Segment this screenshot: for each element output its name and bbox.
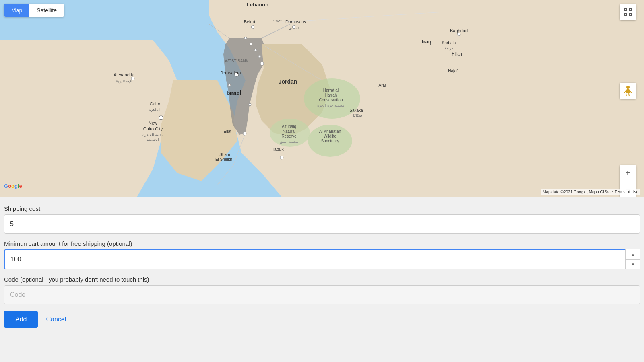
min-cart-label: Minimun cart amount for free shipping (o…	[4, 240, 640, 247]
shipping-cost-field-group: Shipping cost	[4, 205, 640, 234]
map-container[interactable]: Lebanon Beirut بيروت Damascus دمشق Baghd…	[0, 0, 644, 197]
svg-text:Conservation: Conservation	[319, 98, 343, 102]
svg-rect-72	[629, 9, 631, 11]
spinner-down-button[interactable]: ▼	[626, 260, 640, 270]
svg-line-79	[627, 93, 627, 96]
svg-text:Tabuk: Tabuk	[272, 147, 284, 152]
pegman-button[interactable]	[620, 83, 636, 99]
svg-text:Lebanon: Lebanon	[247, 2, 268, 8]
svg-point-21	[260, 62, 264, 65]
svg-text:WEST BANK: WEST BANK	[225, 59, 249, 63]
svg-rect-73	[625, 13, 627, 15]
shipping-cost-label: Shipping cost	[4, 205, 640, 212]
svg-text:دمشق: دمشق	[289, 26, 299, 30]
svg-point-17	[244, 37, 247, 39]
svg-text:Jordan: Jordan	[279, 78, 297, 85]
svg-text:Harrat al: Harrat al	[323, 88, 339, 93]
svg-text:Natural: Natural	[283, 129, 295, 134]
svg-point-18	[250, 43, 252, 45]
map-type-control: Map Satellite	[4, 4, 64, 17]
map-type-map-button[interactable]: Map	[4, 4, 29, 17]
map-attribution: Map data ©2021 Google, Mapa GISrael Term…	[541, 189, 640, 195]
spinner-up-button[interactable]: ▲	[626, 249, 640, 260]
svg-text:Hillah: Hillah	[452, 52, 462, 56]
code-field-group: Code (optional - you probably don't need…	[4, 276, 640, 304]
svg-point-20	[258, 55, 261, 58]
svg-text:الجديدة: الجديدة	[147, 138, 159, 142]
svg-text:Reserve: Reserve	[281, 134, 297, 138]
cancel-button[interactable]: Cancel	[46, 316, 66, 323]
svg-point-24	[249, 103, 251, 106]
google-logo: Google	[4, 183, 22, 189]
spinner-buttons: ▲ ▼	[625, 249, 640, 269]
svg-point-29	[457, 33, 460, 36]
svg-rect-76	[626, 89, 630, 93]
min-cart-input[interactable]	[4, 249, 640, 269]
svg-line-80	[629, 93, 629, 96]
svg-text:Iraq: Iraq	[422, 39, 431, 45]
form-section: Shipping cost Minimun cart amount for fr…	[0, 197, 644, 362]
svg-point-28	[159, 116, 163, 120]
svg-text:Baghdad: Baghdad	[450, 28, 468, 33]
svg-text:سكاكا: سكاكا	[353, 113, 362, 117]
svg-text:Altubaiq: Altubaiq	[282, 124, 296, 129]
svg-text:محمية التيق: محمية التيق	[280, 140, 299, 144]
svg-point-26	[280, 156, 283, 159]
svg-text:Cairo City: Cairo City	[143, 126, 163, 131]
svg-point-25	[243, 132, 246, 135]
svg-text:Al Khanafah: Al Khanafah	[319, 129, 341, 134]
shipping-cost-input[interactable]	[4, 214, 640, 234]
svg-point-75	[626, 86, 630, 89]
svg-text:الإسكندرية: الإسكندرية	[116, 79, 132, 84]
svg-text:Sharm: Sharm	[219, 152, 231, 157]
svg-text:Arar: Arar	[379, 83, 387, 88]
svg-text:New: New	[149, 121, 157, 125]
svg-text:Najaf: Najaf	[448, 69, 458, 73]
min-cart-field-group: Minimun cart amount for free shipping (o…	[4, 240, 640, 269]
svg-point-19	[254, 49, 257, 51]
svg-text:محمية حرة الحرة: محمية حرة الحرة	[317, 103, 344, 108]
add-button[interactable]: Add	[4, 311, 38, 328]
svg-text:القاهرة: القاهرة	[149, 108, 161, 112]
svg-point-23	[228, 84, 231, 86]
svg-text:Beirut: Beirut	[244, 19, 256, 24]
svg-text:Alexandria: Alexandria	[114, 72, 135, 77]
svg-text:Eilat: Eilat	[223, 129, 231, 134]
svg-text:Sakaka: Sakaka	[349, 108, 363, 113]
svg-text:Damascus: Damascus	[285, 19, 306, 24]
svg-text:Karbala: Karbala	[442, 41, 456, 45]
code-label: Code (optional - you probably don't need…	[4, 276, 640, 283]
svg-text:Harrah: Harrah	[325, 93, 337, 97]
svg-text:El Sheikh: El Sheikh	[215, 157, 232, 162]
svg-rect-74	[629, 13, 631, 15]
svg-text:بيروت: بيروت	[273, 18, 283, 22]
fullscreen-button[interactable]	[620, 4, 636, 20]
code-input[interactable]	[4, 285, 640, 304]
svg-text:Jerusalem: Jerusalem	[221, 70, 241, 75]
svg-text:Cairo: Cairo	[150, 101, 160, 106]
svg-line-77	[624, 91, 626, 93]
map-right-controls: + −	[620, 4, 636, 197]
svg-rect-71	[625, 9, 627, 11]
svg-text:Israel: Israel	[227, 90, 242, 96]
svg-line-78	[630, 91, 632, 93]
map-type-satellite-button[interactable]: Satellite	[29, 4, 64, 17]
svg-point-15	[251, 25, 254, 29]
svg-text:كربلاء: كربلاء	[445, 46, 454, 51]
svg-text:Sanctuary: Sanctuary	[321, 139, 339, 143]
svg-text:مدينة القاهرة: مدينة القاهرة	[142, 133, 164, 137]
zoom-in-button[interactable]: +	[620, 165, 636, 181]
svg-text:Wildlife: Wildlife	[324, 134, 337, 138]
action-buttons: Add Cancel	[4, 311, 640, 328]
min-cart-spinner-wrapper: ▲ ▼	[4, 249, 640, 269]
